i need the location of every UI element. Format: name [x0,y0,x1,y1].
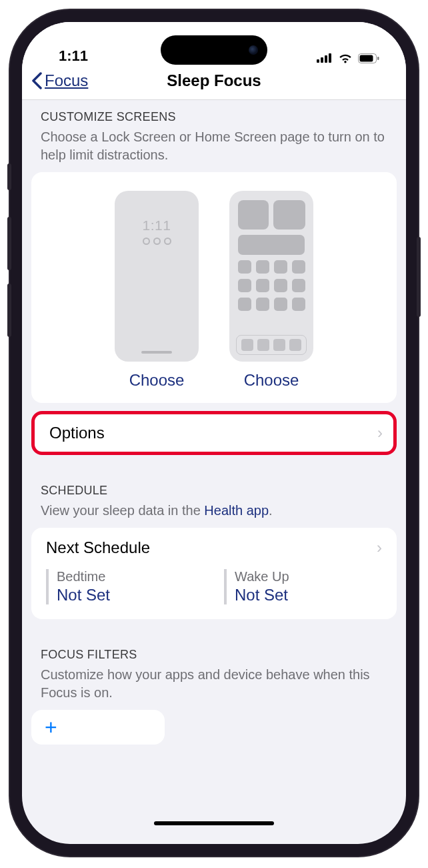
chevron-left-icon [31,72,42,89]
dynamic-island [161,35,267,65]
back-label: Focus [45,71,88,90]
add-filter-card[interactable]: + [31,710,165,745]
svg-rect-2 [325,55,327,63]
options-row[interactable]: Options › [31,411,397,455]
choose-home-button[interactable]: Choose [244,371,299,390]
mute-switch [7,163,11,190]
status-time: 1:11 [59,47,88,65]
svg-rect-0 [317,59,319,63]
power-button [417,237,421,317]
next-schedule-row[interactable]: Next Schedule › [46,538,382,557]
wakeup-label: Wake Up [235,569,382,584]
cellular-icon [317,53,333,63]
screen: 1:11 Focus Sleep Focus Customize Screens… [22,22,406,844]
wifi-icon [338,53,353,63]
svg-rect-1 [321,57,323,63]
volume-down-button [7,284,11,337]
plus-icon: + [45,719,151,735]
home-screen-column: Choose [229,191,313,390]
iphone-frame: 1:11 Focus Sleep Focus Customize Screens… [10,10,418,856]
wakeup-value: Not Set [235,586,382,604]
filters-subtitle: Customize how your apps and device behav… [22,665,406,710]
wakeup-block: Wake Up Not Set [224,569,382,604]
options-label: Options [49,424,105,442]
bedtime-label: Bedtime [57,569,204,584]
battery-icon [358,53,379,63]
bedtime-block: Bedtime Not Set [46,569,204,604]
chevron-right-icon: › [377,538,382,557]
camera-dot [249,45,258,55]
customize-header: Customize Screens [22,100,406,127]
choose-lock-button[interactable]: Choose [129,371,185,390]
back-button[interactable]: Focus [31,71,88,90]
lock-preview-clock: 1:11 [143,218,171,234]
next-schedule-label: Next Schedule [46,538,150,557]
content-scroll[interactable]: Customize Screens Choose a Lock Screen o… [22,100,406,838]
volume-up-button [7,217,11,270]
dock-icon [236,335,307,355]
home-screen-preview[interactable] [229,191,313,362]
schedule-sub-pre: View your sleep data in the [41,503,204,518]
lock-screen-preview[interactable]: 1:11 [115,191,199,362]
customize-screens-card: 1:11 Choose Choose [31,172,397,403]
filters-header: Focus Filters [22,638,406,665]
home-indicator[interactable] [154,821,274,825]
customize-subtitle: Choose a Lock Screen or Home Screen page… [22,127,406,172]
chevron-right-icon: › [377,424,383,442]
lock-preview-widgets [143,238,171,245]
bedtime-value: Not Set [57,586,204,604]
schedule-sub-post: . [269,503,273,518]
health-app-link[interactable]: Health app [204,503,269,518]
svg-rect-5 [360,55,373,61]
next-schedule-card[interactable]: Next Schedule › Bedtime Not Set Wake Up … [31,528,397,619]
lock-screen-column: 1:11 Choose [115,191,199,390]
nav-bar: Focus Sleep Focus [22,69,406,100]
home-bar-icon [141,351,172,354]
svg-rect-6 [377,57,379,60]
svg-rect-3 [329,53,331,63]
schedule-subtitle: View your sleep data in the Health app. [22,500,406,528]
schedule-header: Schedule [22,474,406,500]
